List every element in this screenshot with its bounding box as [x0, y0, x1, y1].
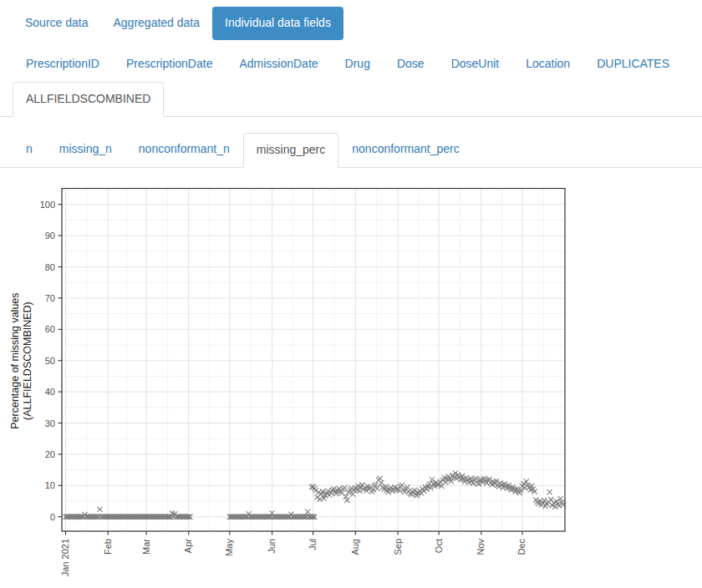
tab-missing-perc[interactable]: missing_perc	[243, 133, 338, 168]
svg-text:Oct: Oct	[434, 539, 444, 553]
tab-duplicates[interactable]: DUPLICATES	[583, 47, 683, 82]
tab-prescriptionid[interactable]: PrescriptionID	[13, 47, 113, 82]
svg-text:40: 40	[45, 387, 55, 397]
svg-text:Apr: Apr	[183, 539, 193, 553]
svg-text:10: 10	[45, 480, 55, 490]
svg-text:Percentage of missing values: Percentage of missing values	[9, 292, 21, 428]
missing-perc-chart: 0102030405060708090100Jan 2021FebMarAprM…	[0, 188, 702, 588]
svg-text:Nov: Nov	[476, 538, 486, 555]
field-tabs-row-1: PrescriptionID PrescriptionDate Admissio…	[0, 47, 702, 82]
tab-location[interactable]: Location	[512, 47, 583, 82]
tab-dose[interactable]: Dose	[384, 47, 438, 82]
tab-aggregated-data[interactable]: Aggregated data	[101, 7, 213, 40]
tab-drug[interactable]: Drug	[332, 47, 384, 82]
svg-text:30: 30	[45, 418, 55, 428]
svg-text:20: 20	[45, 449, 55, 459]
svg-text:Feb: Feb	[103, 539, 113, 555]
svg-text:Jun: Jun	[267, 539, 277, 554]
svg-text:50: 50	[45, 356, 55, 366]
svg-text:(ALLFIELDSCOMBINED): (ALLFIELDSCOMBINED)	[22, 302, 33, 420]
tab-missing-n[interactable]: missing_n	[46, 132, 125, 167]
svg-text:Jul: Jul	[308, 539, 318, 550]
tab-nonconformant-perc[interactable]: nonconformant_perc	[338, 132, 472, 167]
tab-admissiondate[interactable]: AdmissionDate	[226, 47, 331, 82]
svg-text:Dec: Dec	[516, 538, 526, 555]
dataset-level-tabs: Source data Aggregated data Individual d…	[0, 0, 702, 40]
tab-doseunit[interactable]: DoseUnit	[438, 47, 513, 82]
svg-text:70: 70	[45, 293, 55, 303]
tab-source-data[interactable]: Source data	[13, 7, 101, 40]
svg-text:May: May	[224, 538, 234, 555]
metric-tabs: n missing_n nonconformant_n missing_perc…	[0, 132, 702, 168]
svg-text:100: 100	[40, 200, 55, 210]
svg-text:90: 90	[45, 231, 55, 241]
field-tabs-row-2: ALLFIELDSCOMBINED	[0, 82, 702, 117]
tab-nonconformant-n[interactable]: nonconformant_n	[125, 132, 243, 167]
svg-text:Jan 2021: Jan 2021	[60, 539, 70, 576]
tab-allfieldscombined[interactable]: ALLFIELDSCOMBINED	[13, 82, 164, 117]
svg-text:Sep: Sep	[393, 539, 403, 555]
tab-n[interactable]: n	[13, 132, 46, 167]
svg-text:60: 60	[45, 324, 55, 334]
tab-individual-data-fields[interactable]: Individual data fields	[212, 7, 343, 40]
svg-text:0: 0	[50, 512, 55, 522]
svg-text:Aug: Aug	[350, 539, 360, 555]
tab-prescriptiondate[interactable]: PrescriptionDate	[113, 47, 226, 82]
missing-perc-scatter-plot: 0102030405060708090100Jan 2021FebMarAprM…	[0, 188, 585, 588]
svg-text:80: 80	[45, 261, 55, 271]
svg-text:Mar: Mar	[141, 539, 151, 555]
